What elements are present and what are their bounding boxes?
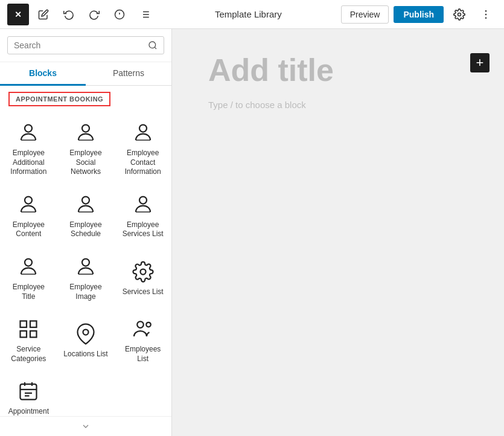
svg-point-12 [485,17,487,19]
person-icon [18,256,39,278]
svg-point-31 [140,269,145,274]
info-button[interactable] [109,4,130,25]
person-icon [75,122,97,144]
publish-button[interactable]: Publish [394,6,444,23]
svg-point-17 [82,125,89,132]
block-service-categories[interactable]: Service Categories [0,309,57,371]
block-services-list[interactable]: Services List [114,246,171,309]
block-grid: Employee Additional Information Employee… [0,112,171,416]
editor-title[interactable]: Add title [208,53,468,88]
list-view-button[interactable] [134,4,156,25]
block-label: Employee Content [5,220,53,239]
redo-button[interactable] [83,4,105,25]
person-icon [18,122,39,144]
tabs-row: Blocks Patterns [0,62,171,86]
box-icon [18,318,39,340]
svg-point-21 [25,196,32,204]
svg-point-15 [25,125,32,132]
editor-content: Add title Type / to choose a block + [172,29,504,436]
block-employee-schedule[interactable]: Employee Schedule [57,184,115,246]
block-label: Employees List [119,345,167,364]
tab-blocks[interactable]: Blocks [0,62,86,86]
person-icon [75,194,97,216]
block-label: Service Categories [5,345,53,364]
block-employee-social-networks[interactable]: Employee Social Networks [57,112,115,184]
preview-button[interactable]: Preview [341,5,389,24]
block-employee-services-list[interactable]: Employee Services List [114,184,171,246]
block-label: Employee Contact Information [119,149,167,177]
person-icon [132,194,154,216]
svg-point-9 [458,13,461,16]
svg-point-11 [485,13,487,15]
search-input[interactable] [14,40,143,50]
toolbar-center: Template Library [161,9,336,19]
scroll-down[interactable] [0,416,171,436]
toolbar-right: Preview Publish [341,4,497,25]
block-label: Employee Additional Information [5,149,53,177]
people-icon [132,318,154,340]
block-label: Employee Schedule [62,220,110,239]
left-panel: Blocks Patterns APPOINTMENT BOOKING Empl… [0,29,172,436]
more-options-button[interactable] [475,4,497,25]
svg-point-23 [82,196,89,204]
svg-rect-39 [21,384,37,400]
block-employee-title[interactable]: Employee Title [0,246,57,309]
svg-rect-34 [21,331,27,338]
person-icon [75,256,97,278]
svg-line-14 [155,47,156,49]
close-button[interactable]: ✕ [7,4,29,25]
block-label: Services List [123,287,164,297]
svg-point-29 [82,258,89,266]
add-block-button[interactable]: + [470,53,490,72]
svg-point-36 [83,329,88,335]
block-label: Appointment Form [5,407,53,416]
toolbar: ✕ Template Library Preview Publish [0,0,504,29]
section-label-wrap: APPOINTMENT BOOKING [0,86,171,112]
svg-point-27 [25,258,32,266]
search-box [7,36,164,54]
toolbar-title: Template Library [215,9,282,19]
search-area [0,29,171,62]
block-label: Employee Image [62,283,110,301]
toolbar-left: ✕ [7,4,156,25]
settings-button[interactable] [448,4,470,25]
main-layout: Blocks Patterns APPOINTMENT BOOKING Empl… [0,29,504,436]
person-icon [18,194,39,216]
search-icon[interactable] [148,40,158,50]
svg-point-37 [137,321,144,328]
block-employees-list[interactable]: Employees List [114,309,171,371]
tab-patterns[interactable]: Patterns [86,62,171,86]
section-label: APPOINTMENT BOOKING [8,92,110,106]
block-label: Employee Social Networks [62,149,110,177]
svg-point-10 [485,10,487,11]
person-icon [132,122,154,144]
svg-rect-33 [30,321,37,328]
editor-placeholder[interactable]: Type / to choose a block [208,100,468,110]
block-employee-image[interactable]: Employee Image [57,246,115,309]
block-employee-additional-info[interactable]: Employee Additional Information [0,112,57,184]
svg-rect-32 [21,321,27,328]
svg-point-13 [149,42,156,48]
pin-icon [75,323,97,345]
svg-point-38 [146,322,151,327]
undo-button[interactable] [58,4,80,25]
block-employee-contact-info[interactable]: Employee Contact Information [114,112,171,184]
edit-button[interactable] [33,4,54,25]
block-label: Employee Services List [119,220,167,239]
block-label: Employee Title [5,283,53,301]
calendar-icon [18,380,39,402]
block-employee-content[interactable]: Employee Content [0,184,57,246]
gear-icon [132,261,154,283]
block-appointment-form[interactable]: Appointment Form [0,371,57,416]
svg-rect-35 [30,331,37,338]
editor-panel: Add title Type / to choose a block + [172,29,504,436]
svg-point-19 [139,125,147,132]
block-locations-list[interactable]: Locations List [57,309,115,371]
block-label: Locations List [63,350,107,359]
svg-point-25 [139,196,147,204]
